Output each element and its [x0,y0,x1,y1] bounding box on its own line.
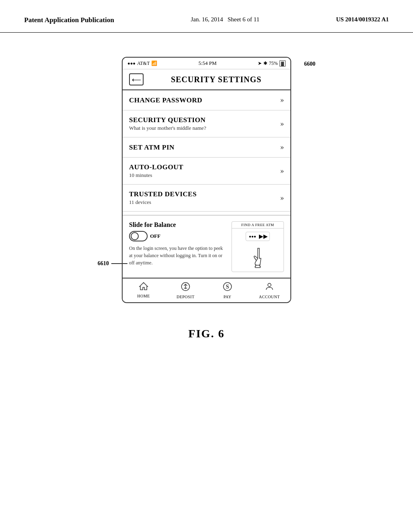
set-atm-pin-chevron: » [280,143,284,152]
home-icon [139,282,148,293]
slide-dots: ●●● [248,234,257,239]
change-password-title: CHANGE PASSWORD [129,96,202,104]
status-right: ➤ ✱ 75% ▓ [258,60,286,66]
nav-bar: ⟵ SECURITY SETTINGS [123,69,290,90]
security-question-left: SECURITY QUESTION What is your mother's … [129,116,206,131]
patent-header: Patent Application Publication Jan. 16, … [0,0,413,33]
pay-icon: S [223,282,232,294]
signal-icon: ●●● [127,61,136,66]
balance-right: FIND A FREE ATM ●●● ▶▶ [232,221,284,272]
toggle-state-label: OFF [150,233,161,239]
set-atm-pin-item[interactable]: SET ATM PIN » [123,137,290,158]
back-button[interactable]: ⟵ [129,73,144,85]
nav-pay[interactable]: S PAY [206,278,248,302]
svg-marker-0 [140,283,148,290]
trusted-devices-chevron: » [280,194,284,202]
toggle-knob [131,232,139,240]
bluetooth-icon: ✱ [263,60,267,66]
patent-title: Patent Application Publication [24,16,114,24]
back-icon: ⟵ [132,76,141,83]
pay-label: PAY [223,295,232,299]
auto-logout-title: AUTO-LOGOUT [129,163,184,171]
balance-description: On the login screen, you have the option… [129,245,227,266]
slide-bar: ●●● ▶▶ [246,232,270,241]
home-label: HOME [137,294,150,298]
find-atm-label: FIND A FREE ATM [232,222,284,229]
svg-text:S: S [226,284,229,290]
set-atm-pin-title: SET ATM PIN [129,143,175,152]
nav-account[interactable]: ACCOUNT [248,278,290,302]
carrier-label: AT&T [137,60,150,66]
patent-meta: Jan. 16, 2014 Sheet 6 of 11 [191,16,259,23]
deposit-icon [181,282,190,294]
toggle-row: OFF [129,231,227,241]
slide-arrows-icon: ▶▶ [259,233,268,240]
battery-label: 75% [269,60,278,66]
main-content: 6600 ●●● AT&T 📶 5:54 PM ➤ ✱ 75% ▓ [0,33,413,356]
change-password-chevron: » [280,96,284,104]
nav-deposit[interactable]: DEPOSIT [165,278,206,302]
nav-home[interactable]: HOME [123,278,165,302]
auto-logout-item[interactable]: AUTO-LOGOUT 10 minutes » [123,158,290,185]
trusted-devices-title: TRUSTED DEVICES [129,190,197,198]
toggle-switch[interactable] [129,231,148,241]
set-atm-pin-left: SET ATM PIN [129,143,175,152]
bottom-nav: HOME DEPOSIT S PAY [123,278,290,302]
hand-gesture-icon [246,244,270,268]
balance-left: Slide for Balance OFF On the login scree… [129,221,227,272]
account-label: ACCOUNT [259,295,280,299]
auto-logout-subtitle: 10 minutes [129,172,184,179]
security-question-chevron: » [280,120,284,128]
slide-for-balance-title: Slide for Balance [129,221,227,229]
trusted-devices-item[interactable]: TRUSTED DEVICES 11 devices » [123,185,290,212]
status-bar: ●●● AT&T 📶 5:54 PM ➤ ✱ 75% ▓ [123,58,290,69]
label-6610-line [111,263,127,264]
trusted-devices-left: TRUSTED DEVICES 11 devices [129,190,197,206]
auto-logout-chevron: » [280,167,284,175]
menu-list: CHANGE PASSWORD » SECURITY QUESTION What… [123,90,290,212]
wifi-icon: 📶 [151,60,157,66]
trusted-devices-subtitle: 11 devices [129,199,197,206]
deposit-label: DEPOSIT [177,295,195,299]
security-question-subtitle: What is your mother's middle name? [129,125,206,131]
account-icon [265,282,274,294]
change-password-item[interactable]: CHANGE PASSWORD » [123,90,290,110]
time-display: 5:54 PM [198,60,217,66]
phone-container: 6600 ●●● AT&T 📶 5:54 PM ➤ ✱ 75% ▓ [122,57,291,303]
security-question-title: SECURITY QUESTION [129,116,206,124]
label-6610: 6610 [98,260,127,267]
label-6600: 6600 [304,61,315,67]
location-icon: ➤ [258,60,262,66]
patent-number: US 2014/0019322 A1 [336,16,389,23]
auto-logout-left: AUTO-LOGOUT 10 minutes [129,163,184,179]
phone-mockup: ●●● AT&T 📶 5:54 PM ➤ ✱ 75% ▓ ⟵ SECURITY … [122,57,291,303]
status-left: ●●● AT&T 📶 [127,60,157,66]
security-question-item[interactable]: SECURITY QUESTION What is your mother's … [123,110,290,137]
balance-section: Slide for Balance OFF On the login scree… [123,215,290,278]
figure-caption: FIG. 6 [188,327,225,340]
change-password-left: CHANGE PASSWORD [129,96,202,104]
svg-point-4 [268,283,271,287]
screen-title: SECURITY SETTINGS [148,75,284,84]
slide-demo: ●●● ▶▶ [242,229,273,272]
battery-icon: ▓ [280,60,286,66]
